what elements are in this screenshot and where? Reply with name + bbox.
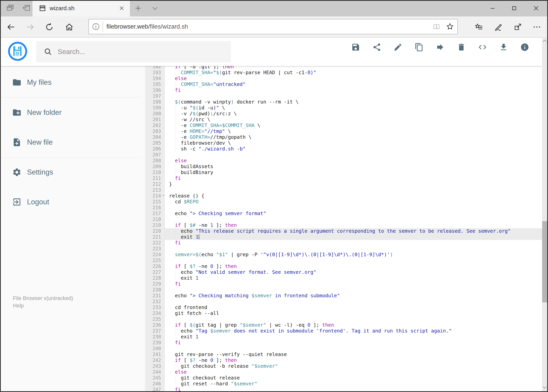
- code-line-text[interactable]: fi: [165, 87, 542, 93]
- code-line-text[interactable]: exit 1: [165, 275, 542, 281]
- code-line-text[interactable]: [165, 258, 542, 263]
- site-info-icon[interactable]: [91, 22, 100, 31]
- code-line-text[interactable]: git reset --hard "$semver": [165, 381, 542, 387]
- code-line-text[interactable]: [165, 246, 542, 252]
- address-bar[interactable]: filebrowser.web/files/wizard.sh: [88, 19, 458, 34]
- code-line-text[interactable]: else: [165, 369, 542, 375]
- share-page-icon[interactable]: [513, 22, 522, 32]
- code-line-text[interactable]: fi: [165, 340, 542, 346]
- rename-button[interactable]: [393, 43, 402, 52]
- code-line-text[interactable]: exit 1: [165, 334, 542, 340]
- code-line-text[interactable]: -e GOPATH=//tmp/gopath \: [165, 134, 542, 140]
- forward-button[interactable]: [25, 22, 35, 32]
- maximize-button[interactable]: [509, 3, 520, 14]
- code-editor[interactable]: 192 if [ -d .git ]; then193 COMMIT_SHA="…: [145, 66, 542, 392]
- code-line-text[interactable]: -e HOME="//tmp" \: [165, 128, 542, 134]
- code-line-text[interactable]: $(command -v winpty) docker run --rm -it…: [165, 99, 542, 105]
- sidebar-item-new-folder[interactable]: New folder: [1, 103, 142, 122]
- code-line-text[interactable]: echo "This release script requires a sin…: [165, 228, 542, 234]
- sidebar-item-logout[interactable]: Logout: [1, 193, 142, 211]
- code-line-text[interactable]: if [ $(git tag | grep "$semver" | wc -l)…: [165, 322, 542, 328]
- refresh-button[interactable]: [45, 22, 54, 32]
- code-line-text[interactable]: -e COMMIT_SHA=$COMMIT_SHA \: [165, 123, 542, 128]
- code-line-text[interactable]: [165, 299, 542, 305]
- code-line-text[interactable]: [165, 217, 542, 222]
- code-line-text[interactable]: echo "> Checking matching $semver in fro…: [165, 293, 542, 299]
- code-line-text[interactable]: if [ -d .git ]; then: [165, 66, 542, 70]
- code-line-text[interactable]: echo "Tag $semver does not exist in subm…: [165, 328, 542, 334]
- code-line-text[interactable]: git checkout -b release "$semver": [165, 363, 542, 369]
- delete-button[interactable]: [457, 43, 466, 52]
- code-line-text[interactable]: buildAssets: [165, 164, 542, 169]
- code-line-text[interactable]: [165, 187, 542, 193]
- code-line-text[interactable]: echo "> Checking semver format": [165, 210, 542, 217]
- code-line-text[interactable]: else: [165, 76, 542, 81]
- scrollbar-up-icon[interactable]: [542, 38, 547, 44]
- back-button[interactable]: [6, 22, 16, 32]
- code-line-text[interactable]: -v /$(pwd):/src:z \: [165, 111, 542, 117]
- code-line-text[interactable]: buildBinary: [165, 169, 542, 175]
- help-link[interactable]: Help: [13, 302, 73, 309]
- filebrowser-logo[interactable]: [8, 42, 28, 61]
- info-button[interactable]: [520, 43, 529, 52]
- scrollbar-down-icon[interactable]: [542, 384, 547, 391]
- code-line-text[interactable]: -w //src \: [165, 117, 542, 123]
- fold-marker-icon[interactable]: ▾: [163, 194, 164, 197]
- code-line-text[interactable]: }: [165, 181, 542, 187]
- move-button[interactable]: [436, 43, 445, 52]
- code-line-text[interactable]: filebrowser/dev \: [165, 140, 542, 146]
- sidebar-item-new-file[interactable]: New file: [1, 133, 142, 152]
- scrollbar-thumb[interactable]: [542, 221, 547, 302]
- annotate-pen-icon[interactable]: [493, 22, 503, 32]
- code-line-text[interactable]: fi: [165, 281, 542, 287]
- code-line-text[interactable]: [165, 93, 542, 99]
- share-button[interactable]: [372, 43, 381, 52]
- favorites-hub-icon[interactable]: [474, 22, 484, 32]
- code-line-text[interactable]: sh -c "./wizard.sh -b": [165, 146, 542, 152]
- code-line-text[interactable]: git rev-parse --verify --quiet release: [165, 351, 542, 357]
- code-line-text[interactable]: COMMIT_SHA="$(git rev-parse HEAD | cut -…: [165, 70, 542, 76]
- code-line-text[interactable]: git fetch --all: [165, 310, 542, 316]
- tab-close-icon[interactable]: [118, 4, 126, 12]
- code-line-text[interactable]: release () {: [165, 193, 542, 199]
- code-line-text[interactable]: if [ $? -ne 0 ]; then: [165, 263, 542, 269]
- reading-view-icon[interactable]: [432, 22, 441, 31]
- code-line-text[interactable]: fi: [165, 175, 542, 181]
- sidebar-item-my-files[interactable]: My files: [1, 73, 142, 92]
- tab-preview-icon[interactable]: [6, 3, 15, 13]
- code-line-text[interactable]: cd frontend: [165, 305, 542, 310]
- code-line-text[interactable]: semver=$(echo "$1" | grep -P '^v(0|[1-9]…: [165, 252, 542, 258]
- home-button[interactable]: [65, 22, 74, 32]
- more-options-icon[interactable]: [532, 22, 541, 32]
- set-tabs-aside-icon[interactable]: [21, 3, 31, 13]
- browser-tab[interactable]: wizard.sh: [33, 0, 130, 16]
- code-line-text[interactable]: [165, 152, 542, 158]
- page-scrollbar[interactable]: [542, 37, 547, 391]
- code-line-text[interactable]: if [ $? -ne 0 ]; then: [165, 357, 542, 363]
- code-line-text[interactable]: -u "$(id -u)" \: [165, 105, 542, 111]
- code-line-text[interactable]: COMMIT_SHA="untracked": [165, 81, 542, 87]
- code-line-text[interactable]: exit 1: [165, 234, 542, 240]
- code-line-text[interactable]: [165, 205, 542, 210]
- new-tab-button[interactable]: [133, 4, 143, 13]
- tab-list-chevron-icon[interactable]: [150, 4, 160, 13]
- add-favorite-star-icon[interactable]: [446, 22, 454, 31]
- code-line-text[interactable]: fi: [165, 240, 542, 246]
- save-button[interactable]: [351, 43, 360, 52]
- url-text[interactable]: filebrowser.web/files/wizard.sh: [106, 23, 432, 30]
- search-input[interactable]: Search...: [36, 41, 231, 62]
- download-button[interactable]: [499, 43, 508, 52]
- code-line-text[interactable]: else: [165, 158, 542, 164]
- minimize-button[interactable]: [487, 3, 498, 14]
- code-line-text[interactable]: [165, 346, 542, 351]
- raw-code-button[interactable]: [478, 43, 487, 52]
- copy-button[interactable]: [415, 43, 423, 52]
- sidebar-item-settings[interactable]: Settings: [1, 163, 142, 182]
- code-line-text[interactable]: if [ $# -ne 1 ]; then: [165, 222, 542, 228]
- code-line-text[interactable]: [165, 316, 542, 322]
- code-line-text[interactable]: [165, 287, 542, 293]
- code-line-text[interactable]: git checkout release: [165, 375, 542, 381]
- close-button[interactable]: [531, 3, 541, 14]
- code-line-text[interactable]: cd $REPO: [165, 199, 542, 205]
- code-line-text[interactable]: echo "Not valid semver format. See semve…: [165, 269, 542, 275]
